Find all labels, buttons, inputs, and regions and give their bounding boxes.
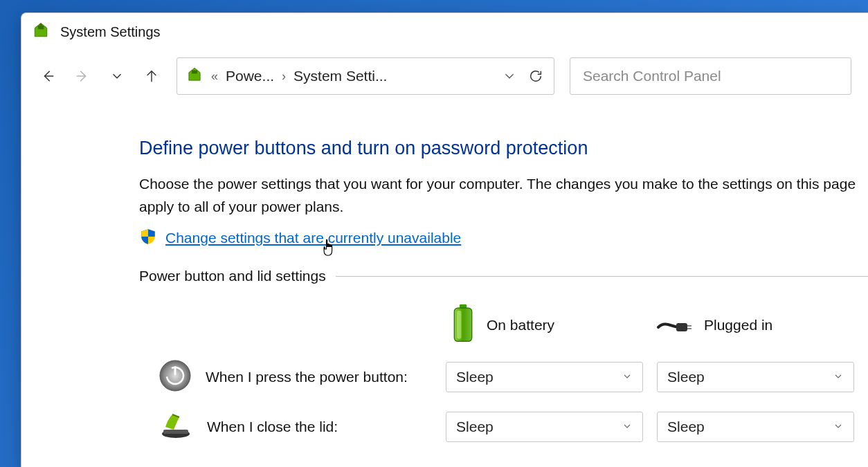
column-header-plugged-label: Plugged in: [704, 317, 772, 333]
svg-rect-6: [676, 323, 687, 331]
breadcrumb-item-power[interactable]: Powe...: [226, 68, 274, 84]
close-lid-label: When I close the lid:: [207, 419, 338, 435]
close-lid-battery-dropdown[interactable]: Sleep: [446, 412, 643, 442]
svg-rect-0: [38, 26, 44, 29]
svg-rect-2: [192, 71, 197, 74]
dropdown-value: Sleep: [456, 419, 494, 435]
up-button[interactable]: [142, 66, 161, 86]
search-input[interactable]: [583, 68, 838, 84]
chevron-down-icon: [622, 419, 633, 435]
address-bar[interactable]: « Powe... › System Setti...: [177, 57, 554, 95]
svg-rect-7: [687, 325, 691, 327]
setting-row-close-lid: When I close the lid: Sleep Sleep: [159, 402, 868, 452]
power-button-battery-dropdown[interactable]: Sleep: [446, 362, 643, 392]
window-frame: System Settings « Powe... › System Setti…: [21, 12, 868, 467]
close-lid-plugged-dropdown[interactable]: Sleep: [657, 412, 854, 442]
power-button-label: When I press the power button:: [206, 369, 408, 385]
close-lid-icon: [159, 412, 193, 442]
section-divider: [336, 276, 868, 277]
chevron-down-icon: [622, 369, 633, 385]
setting-row-power-button: When I press the power button: Sleep Sle…: [159, 352, 868, 402]
column-header-battery: On battery: [449, 304, 657, 346]
power-button-plugged-dropdown[interactable]: Sleep: [657, 362, 854, 392]
breadcrumb-item-system-settings[interactable]: System Setti...: [293, 68, 387, 84]
column-header-plugged: Plugged in: [657, 311, 865, 339]
column-header-battery-label: On battery: [487, 317, 554, 333]
svg-rect-5: [457, 311, 461, 339]
chevron-down-icon: [833, 419, 844, 435]
toolbar: « Powe... › System Setti...: [21, 51, 868, 104]
settings-grid: On battery Plugged in: [159, 298, 868, 452]
svg-point-9: [160, 360, 190, 391]
window-title: System Settings: [60, 24, 161, 40]
svg-rect-11: [174, 366, 177, 375]
page-description: Choose the power settings that you want …: [139, 173, 868, 218]
dropdown-value: Sleep: [667, 369, 705, 385]
dropdown-value: Sleep: [456, 369, 494, 385]
page-title: Define power buttons and turn on passwor…: [139, 138, 868, 159]
change-unavailable-settings-link[interactable]: Change settings that are currently unava…: [165, 230, 461, 246]
plug-icon: [657, 311, 694, 339]
content-area: Define power buttons and turn on passwor…: [21, 104, 868, 452]
svg-rect-1: [39, 24, 42, 26]
address-icon: [186, 66, 204, 86]
column-headers: On battery Plugged in: [159, 298, 868, 352]
search-box[interactable]: [570, 57, 851, 95]
refresh-button[interactable]: [526, 66, 545, 86]
svg-rect-8: [687, 328, 691, 329]
svg-rect-13: [163, 430, 188, 434]
recent-dropdown[interactable]: [107, 66, 127, 86]
breadcrumb-sep-icon: ›: [281, 69, 287, 84]
admin-link-row: Change settings that are currently unava…: [139, 228, 868, 248]
chevron-down-icon: [833, 369, 844, 385]
address-dropdown-icon[interactable]: [500, 66, 519, 86]
section-label: Power button and lid settings: [139, 268, 326, 284]
breadcrumb-sep-prev: «: [210, 69, 219, 84]
section-header: Power button and lid settings: [139, 268, 868, 284]
back-button[interactable]: [38, 66, 57, 86]
svg-rect-4: [454, 308, 471, 341]
forward-button[interactable]: [73, 66, 92, 86]
power-button-icon: [159, 359, 192, 395]
battery-icon: [449, 304, 477, 346]
dropdown-value: Sleep: [667, 419, 705, 435]
shield-icon: [139, 228, 157, 248]
app-icon: [31, 21, 51, 43]
titlebar: System Settings: [21, 13, 868, 51]
